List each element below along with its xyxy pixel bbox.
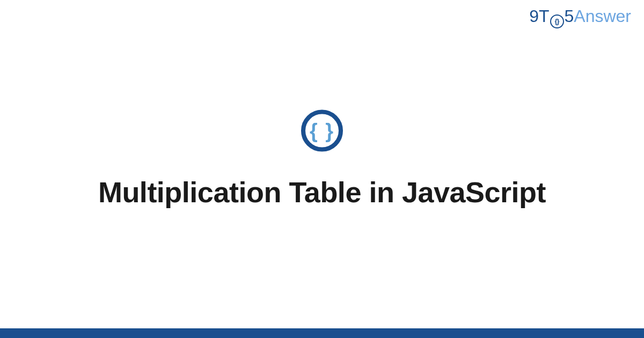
brand-o-circle-icon: {}	[550, 14, 564, 28]
code-braces-icon: { }	[301, 110, 343, 152]
main-content: { } Multiplication Table in JavaScript	[0, 110, 644, 209]
brand-part-9t: 9T	[529, 6, 549, 26]
footer-bar	[0, 328, 644, 338]
page-title: Multiplication Table in JavaScript	[98, 175, 546, 209]
brand-part-5: 5	[565, 6, 574, 26]
braces-glyph: { }	[310, 119, 334, 142]
brand-logo: 9T {} 5 Answer	[529, 6, 631, 27]
brand-o-inner-braces: {}	[554, 17, 559, 25]
brand-part-answer: Answer	[574, 6, 631, 26]
